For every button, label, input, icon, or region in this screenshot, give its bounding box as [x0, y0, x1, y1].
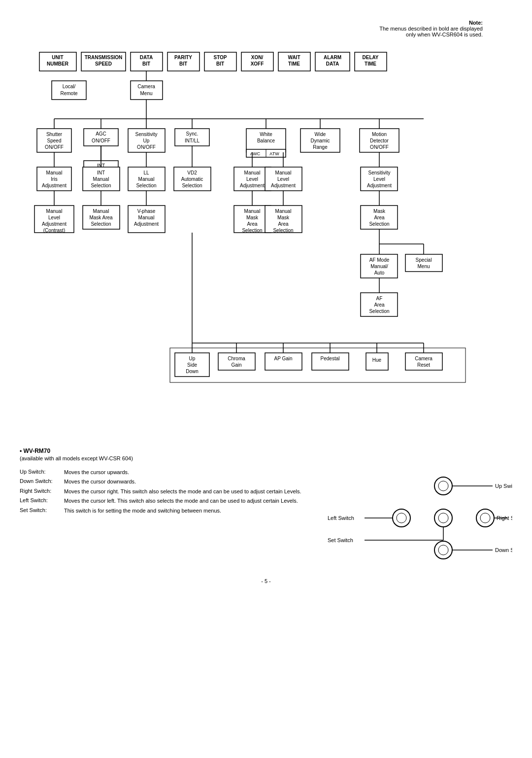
svg-text:XON/: XON/ — [251, 55, 264, 60]
svg-text:Menu: Menu — [140, 91, 152, 96]
svg-text:Level: Level — [373, 176, 385, 182]
svg-text:Pedestal: Pedestal — [321, 356, 340, 361]
svg-text:Adjustment: Adjustment — [134, 221, 159, 227]
svg-text:NUMBER: NUMBER — [47, 61, 69, 67]
up-switch-desc: Moves the cursor upwards. — [64, 469, 315, 476]
controls-diagram: Up Switch Left Switch Right Switch Set S… — [325, 469, 512, 568]
svg-text:Up Switch: Up Switch — [495, 483, 512, 489]
svg-text:ON/OFF: ON/OFF — [92, 138, 110, 143]
note-title: Note: — [20, 20, 483, 26]
svg-text:Level: Level — [277, 176, 289, 182]
svg-text:Manual: Manual — [46, 170, 63, 175]
svg-text:BIT: BIT — [179, 61, 187, 67]
svg-text:Gain: Gain — [231, 362, 241, 368]
svg-text:Selection: Selection — [91, 183, 111, 188]
svg-point-192 — [434, 509, 452, 527]
wv-rm70-subtitle: (available with all models except WV-CSR… — [20, 455, 512, 461]
up-switch-label: Up Switch: — [20, 469, 64, 476]
svg-text:INT: INT — [97, 170, 105, 175]
svg-text:Manual: Manual — [46, 208, 63, 214]
svg-text:Manual: Manual — [275, 208, 292, 214]
svg-text:Down: Down — [186, 369, 199, 374]
svg-text:White: White — [260, 132, 272, 137]
svg-text:BIT: BIT — [216, 61, 224, 67]
svg-text:Adjustment: Adjustment — [271, 183, 296, 188]
svg-text:XOFF: XOFF — [251, 61, 264, 67]
wv-rm70-title: • WV-RM70 — [20, 448, 512, 454]
svg-text:UNIT: UNIT — [52, 55, 63, 60]
page-number: - 5 - — [20, 578, 512, 584]
svg-text:(Contrast): (Contrast) — [43, 228, 65, 233]
svg-text:Up: Up — [143, 138, 150, 143]
svg-text:Camera: Camera — [137, 84, 155, 89]
svg-text:TIME: TIME — [365, 61, 376, 67]
svg-text:SPEED: SPEED — [95, 61, 112, 67]
set-switch-row: Set Switch: This switch is for setting t… — [20, 507, 315, 515]
set-switch-desc: This switch is for setting the mode and … — [64, 507, 315, 515]
svg-text:Manual/: Manual/ — [370, 264, 388, 269]
svg-text:Area: Area — [247, 221, 258, 227]
svg-text:Balance: Balance — [257, 138, 275, 143]
svg-point-193 — [476, 509, 494, 527]
svg-text:Selection: Selection — [273, 228, 293, 233]
svg-text:DELAY: DELAY — [363, 55, 379, 60]
svg-text:AF Mode: AF Mode — [369, 257, 390, 263]
set-switch-label: Set Switch: — [20, 507, 64, 515]
svg-text:Remote: Remote — [60, 91, 77, 96]
svg-text:Menu: Menu — [417, 264, 430, 269]
svg-point-189 — [393, 509, 410, 527]
svg-text:Adjustment: Adjustment — [240, 183, 265, 188]
right-switch-label: Right Switch: — [20, 488, 64, 495]
bottom-section: • WV-RM70 (available with all models exc… — [20, 448, 512, 568]
svg-text:Level: Level — [246, 176, 258, 182]
svg-text:Side: Side — [187, 362, 197, 368]
svg-text:Sensitivity: Sensitivity — [135, 132, 157, 137]
svg-text:Adjustment: Adjustment — [42, 183, 66, 188]
svg-text:AF: AF — [376, 296, 383, 301]
svg-text:Adjustment: Adjustment — [367, 183, 392, 188]
svg-text:Up: Up — [189, 356, 196, 361]
svg-text:ON/OFF: ON/OFF — [370, 144, 389, 150]
svg-text:Auto: Auto — [374, 270, 385, 276]
left-switch-desc: Moves the cursor left. This switch also … — [64, 497, 315, 505]
svg-text:Area: Area — [374, 215, 385, 220]
controls-layout: Up Switch: Moves the cursor upwards. Dow… — [20, 469, 512, 568]
svg-text:Wide: Wide — [315, 132, 326, 137]
svg-text:ATW: ATW — [269, 151, 279, 156]
flowchart: UNIT NUMBER TRANSMISSION SPEED DATA BIT … — [20, 47, 512, 433]
svg-text:LL: LL — [143, 170, 149, 175]
svg-text:Sensitivity: Sensitivity — [368, 170, 390, 175]
svg-text:Area: Area — [278, 221, 289, 227]
svg-text:Motion: Motion — [372, 132, 387, 137]
up-switch-row: Up Switch: Moves the cursor upwards. — [20, 469, 315, 476]
svg-text:VD2: VD2 — [187, 170, 197, 175]
svg-text:Selection: Selection — [369, 309, 389, 314]
svg-text:AGC: AGC — [96, 131, 106, 137]
svg-text:Selection: Selection — [136, 183, 156, 188]
note-line1: The menus described in bold are displaye… — [20, 26, 483, 32]
down-switch-label: Down Switch: — [20, 478, 64, 485]
svg-text:Down Switch: Down Switch — [495, 547, 512, 553]
note-line2: only when WV-CSR604 is used. — [20, 32, 483, 37]
svg-text:Dynamic: Dynamic — [311, 138, 330, 143]
svg-text:Range: Range — [313, 144, 328, 150]
svg-text:Shutter: Shutter — [46, 132, 63, 137]
flowchart-svg: UNIT NUMBER TRANSMISSION SPEED DATA BIT … — [20, 47, 512, 432]
svg-text:Set Switch: Set Switch — [328, 537, 353, 543]
svg-text:Automatic: Automatic — [181, 176, 203, 182]
svg-text:Manual: Manual — [275, 170, 292, 175]
svg-text:Manual: Manual — [138, 215, 155, 220]
svg-text:Manual: Manual — [138, 176, 155, 182]
svg-text:Manual: Manual — [244, 170, 261, 175]
svg-point-186 — [434, 477, 452, 495]
svg-text:Iris: Iris — [51, 176, 57, 182]
svg-text:Mask: Mask — [277, 215, 290, 220]
svg-text:Right Switch: Right Switch — [497, 515, 512, 521]
left-switch-row: Left Switch: Moves the cursor left. This… — [20, 497, 315, 505]
svg-text:Manual: Manual — [244, 208, 261, 214]
svg-text:ON/OFF: ON/OFF — [45, 144, 64, 150]
svg-text:TRANSMISSION: TRANSMISSION — [85, 55, 123, 60]
svg-text:Speed: Speed — [47, 138, 62, 143]
svg-text:Selection: Selection — [242, 228, 262, 233]
svg-text:ON/OFF: ON/OFF — [137, 144, 156, 150]
